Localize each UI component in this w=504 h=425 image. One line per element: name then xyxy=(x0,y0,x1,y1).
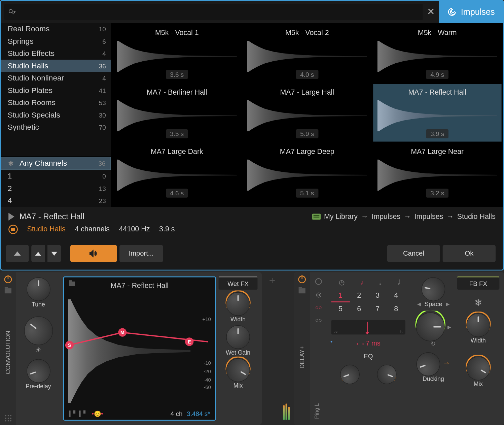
category-icon xyxy=(8,225,18,234)
display-title: MA7 - Reflect Hall xyxy=(64,282,215,290)
category-list: Real Rooms10 Springs6 Studio Effects4 St… xyxy=(1,23,111,154)
folder-icon[interactable] xyxy=(299,288,305,293)
note-value-row: ◷ ♪ ♩ 𝅗𝅥 xyxy=(331,278,405,286)
breadcrumb[interactable]: My Library→ Impulses→ Impulses→ Studio H… xyxy=(312,212,496,221)
waveform-icon xyxy=(117,100,237,131)
channel-item[interactable]: 213 xyxy=(1,182,111,195)
search-field[interactable]: ▾ xyxy=(4,4,423,20)
division-button[interactable]: 2 xyxy=(350,290,368,302)
freeze-icon[interactable]: ❄ xyxy=(474,297,482,308)
arrow-right-icon: → xyxy=(443,358,451,367)
quarter-note-icon[interactable]: ♩ xyxy=(379,278,382,286)
play-icon[interactable] xyxy=(8,213,14,221)
preset-card[interactable]: MA7 - Reflect Hall3.9 s xyxy=(373,84,502,141)
waveform-icon xyxy=(377,41,497,72)
waveform-icon xyxy=(117,159,237,191)
current-category: Studio Halls xyxy=(27,225,66,234)
preset-card[interactable]: MA7 - Large Hall5.9 s xyxy=(243,84,371,141)
wetfx-header[interactable]: Wet FX xyxy=(219,276,258,290)
eq-label: EQ xyxy=(331,352,405,359)
width-knob[interactable] xyxy=(226,292,250,316)
division-button[interactable]: 8 xyxy=(387,303,405,315)
link-icon[interactable]: ○○ xyxy=(315,317,322,323)
envelope-mid-handle[interactable]: M xyxy=(118,328,127,336)
channel-item[interactable]: 10 xyxy=(1,170,111,183)
category-item[interactable]: Studio Nonlinear4 xyxy=(1,72,111,85)
waveform-icon xyxy=(247,159,367,191)
preset-card[interactable]: M5k - Vocal 13.6 s xyxy=(113,25,241,82)
division-grid: 1 2 3 4 5 6 7 8 xyxy=(331,290,405,315)
preset-card[interactable]: M5k - Vocal 24.0 s xyxy=(243,25,371,82)
stereo-split-icon[interactable]: ○○ xyxy=(315,304,322,311)
clear-search-icon[interactable]: ✕ xyxy=(423,6,439,18)
chevron-up-icon xyxy=(14,252,21,256)
drag-handle-icon[interactable] xyxy=(5,415,11,422)
ok-button[interactable]: Ok xyxy=(443,245,496,262)
waveform-icon xyxy=(117,41,237,72)
channel-filter-list: ✱Any Channels36 10 213 423 xyxy=(1,156,111,207)
category-item[interactable]: Studio Rooms53 xyxy=(1,97,111,109)
category-item[interactable]: Synthetic70 xyxy=(1,121,111,134)
preset-card[interactable]: MA7 - Berliner Hall3.5 s xyxy=(113,84,241,141)
channel-item[interactable]: 423 xyxy=(1,195,111,207)
envelope-mode-icon[interactable]: •😊• xyxy=(92,410,103,417)
display-duration[interactable]: 3.484 s* xyxy=(187,410,210,417)
envelope-end-handle[interactable]: E xyxy=(185,337,193,346)
circle-icon[interactable] xyxy=(315,278,322,285)
power-icon[interactable] xyxy=(4,275,12,283)
offset-value[interactable]: 7 ms xyxy=(366,339,381,347)
speaker-icon xyxy=(89,250,98,258)
preset-card[interactable]: M5k - Warm4.9 s xyxy=(373,25,502,82)
envelope-start-handle[interactable]: S xyxy=(65,341,74,349)
cancel-button[interactable]: Cancel xyxy=(387,245,440,262)
division-button[interactable]: 3 xyxy=(368,290,387,302)
level-meter xyxy=(283,272,291,425)
flag-icon[interactable]: ▍▘ ▍▘ xyxy=(69,411,87,417)
category-item[interactable]: Studio Specials30 xyxy=(1,109,111,122)
waveform-icon xyxy=(377,100,497,131)
category-item[interactable]: Studio Effects4 xyxy=(1,47,111,60)
division-button[interactable]: 5 xyxy=(331,303,350,315)
offset-slider[interactable]: ♪₃ ♪. xyxy=(331,320,405,335)
preset-grid: M5k - Vocal 13.6 s M5k - Vocal 24.0 s M5… xyxy=(113,25,502,201)
feedback-knob[interactable] xyxy=(416,313,445,341)
fbfx-header[interactable]: FB FX xyxy=(457,276,499,290)
library-icon xyxy=(312,214,321,220)
category-item[interactable]: Studio Halls36 xyxy=(1,60,111,72)
stereo-link-icon[interactable]: ◎ xyxy=(316,291,321,299)
next-button[interactable] xyxy=(47,245,61,262)
wetgain-knob[interactable] xyxy=(226,325,250,349)
power-icon[interactable] xyxy=(298,275,306,283)
clock-icon[interactable]: ◷ xyxy=(339,278,345,286)
import-button[interactable]: Import... xyxy=(119,245,163,262)
eighth-note-icon[interactable]: ♪ xyxy=(360,279,364,286)
category-item[interactable]: Studio Plates41 xyxy=(1,85,111,97)
tab-label: Impulses xyxy=(461,7,495,17)
collapse-button[interactable] xyxy=(6,245,29,262)
folder-icon[interactable] xyxy=(5,288,11,293)
division-button[interactable]: 6 xyxy=(350,303,368,315)
search-input[interactable] xyxy=(16,8,419,16)
tune-knob[interactable] xyxy=(27,277,50,301)
category-item[interactable]: Real Rooms10 xyxy=(1,23,111,35)
preset-card[interactable]: MA7 Large Deep5.1 s xyxy=(243,143,371,201)
preset-card[interactable]: MA7 Large Near3.2 s xyxy=(373,143,502,201)
add-device-button[interactable]: ＋ xyxy=(264,272,281,288)
channel-item[interactable]: ✱Any Channels36 xyxy=(1,157,111,170)
preview-button[interactable] xyxy=(70,245,117,262)
preset-card[interactable]: MA7 Large Dark4.6 s xyxy=(113,143,241,201)
spiral-icon xyxy=(447,7,457,17)
impulses-tab[interactable]: Impulses xyxy=(439,1,503,23)
prev-button[interactable] xyxy=(31,245,45,262)
current-rate: 44100 Hz xyxy=(119,225,150,234)
division-button[interactable]: 7 xyxy=(368,303,387,315)
division-button[interactable]: 1 xyxy=(331,290,350,302)
division-button[interactable]: 4 xyxy=(387,290,405,302)
fb-width-knob[interactable] xyxy=(466,313,490,337)
device-label: CONVOLUTION xyxy=(5,331,11,374)
current-preset-name: MA7 - Reflect Hall xyxy=(20,212,84,222)
slider-handle[interactable] xyxy=(367,322,368,333)
impulse-display[interactable]: MA7 - Reflect Hall S M E +10 -10 -20 -40… xyxy=(63,276,216,421)
brightness-icon: ☀ xyxy=(35,346,41,354)
category-item[interactable]: Springs6 xyxy=(1,35,111,47)
